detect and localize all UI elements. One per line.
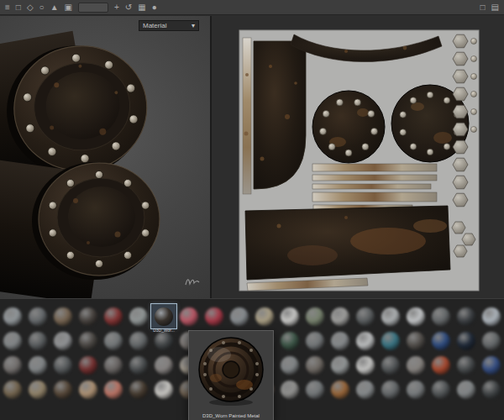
material-thumb[interactable] [50,353,76,377]
material-thumb[interactable] [302,304,328,328]
material-thumb[interactable] [151,353,176,377]
material-sphere [356,332,375,350]
list-icon[interactable]: ▤ [491,1,499,14]
material-thumb[interactable] [277,353,302,377]
toolbar-dropdown[interactable] [78,3,108,13]
material-sphere [407,307,425,326]
material-thumb[interactable] [50,328,76,353]
material-thumb[interactable] [454,328,479,353]
chevron-down-icon: ▾ [192,22,195,29]
material-thumb[interactable] [302,353,328,377]
material-thumb[interactable] [76,377,101,402]
material-thumb[interactable] [76,304,101,328]
material-thumb[interactable] [126,377,151,402]
material-sphere [306,356,324,375]
material-thumb[interactable] [403,328,428,353]
material-thumb[interactable] [403,377,428,402]
material-thumb[interactable] [76,328,101,353]
material-thumb[interactable] [454,377,479,402]
material-sphere [381,307,400,326]
menu-icon[interactable]: ≡ [5,1,10,14]
material-sphere [29,381,47,399]
material-thumb[interactable] [0,304,25,328]
toolbar-mid-group: +↺▦● [114,1,157,14]
grid-icon[interactable]: ▦ [138,1,145,14]
material-thumb[interactable] [25,328,50,353]
material-thumb[interactable] [403,353,428,377]
eraser-tool-icon[interactable]: ○ [39,1,45,14]
material-sphere [29,307,47,326]
material-thumb[interactable] [353,328,378,353]
material-thumb[interactable] [0,328,25,353]
material-thumb[interactable] [328,328,353,353]
material-thumb[interactable] [479,377,504,402]
material-thumb[interactable] [101,328,126,353]
material-thumb[interactable] [277,328,302,353]
material-sphere [306,381,324,399]
material-thumb[interactable] [328,304,353,328]
material-thumb[interactable] [50,304,76,328]
fill-tool-icon[interactable]: ▣ [65,1,72,14]
material-thumb[interactable] [25,377,50,402]
material-thumb[interactable] [227,304,252,328]
material-thumb[interactable] [126,304,151,328]
material-thumb[interactable] [479,304,504,328]
material-thumb[interactable] [353,353,378,377]
material-thumb[interactable] [302,377,328,402]
material-thumb[interactable] [76,353,101,377]
add-icon[interactable]: + [114,1,119,14]
material-sphere [104,356,123,375]
projection-tool-icon[interactable]: ▲ [50,1,59,14]
material-thumb[interactable] [202,304,227,328]
material-mode-dropdown[interactable]: Material ▾ [139,20,199,31]
material-sphere [482,307,501,326]
material-sphere [432,356,450,375]
paint-tool-icon[interactable]: ◇ [27,1,34,14]
material-sphere [129,307,148,326]
material-thumb[interactable] [378,353,403,377]
material-thumb[interactable] [126,353,151,377]
material-thumb[interactable] [479,328,504,353]
material-thumb[interactable] [50,377,76,402]
material-thumb[interactable] [378,304,403,328]
material-thumb[interactable] [101,377,126,402]
material-thumb[interactable] [454,304,479,328]
material-thumb[interactable] [378,328,403,353]
material-sphere [230,307,249,326]
material-sphere [482,381,501,399]
panel-icon[interactable]: □ [480,1,486,14]
material-thumb[interactable] [101,304,126,328]
viewport-3d[interactable]: Material ▾ [0,16,210,298]
material-thumb[interactable] [428,353,454,377]
material-thumb[interactable] [151,377,176,402]
material-thumb[interactable] [302,328,328,353]
material-thumb[interactable] [428,328,454,353]
material-sphere [281,381,299,399]
material-thumb[interactable] [252,304,277,328]
material-thumb[interactable] [25,304,50,328]
material-thumb[interactable] [0,353,25,377]
material-thumb[interactable] [328,377,353,402]
viewport-2d-uv[interactable] [212,16,504,298]
material-sphere [482,356,501,375]
material-thumb[interactable] [428,304,454,328]
material-thumb[interactable] [378,377,403,402]
material-thumb[interactable] [277,377,302,402]
material-thumb[interactable] [454,353,479,377]
material-thumb[interactable] [428,377,454,402]
material-thumb[interactable] [277,304,302,328]
material-thumb[interactable] [328,353,353,377]
material-thumb[interactable] [176,304,202,328]
material-thumb[interactable] [403,304,428,328]
render-icon[interactable]: ● [152,1,157,14]
material-thumb-selected[interactable]: D3D_Wor... [151,304,176,328]
material-thumb[interactable] [353,304,378,328]
material-sphere [407,381,425,399]
select-tool-icon[interactable]: □ [16,1,21,14]
material-thumb[interactable] [479,353,504,377]
material-thumb[interactable] [0,377,25,402]
rotate-view-icon[interactable]: ↺ [125,1,132,14]
material-thumb[interactable] [25,353,50,377]
material-thumb[interactable] [101,353,126,377]
material-thumb[interactable] [353,377,378,402]
